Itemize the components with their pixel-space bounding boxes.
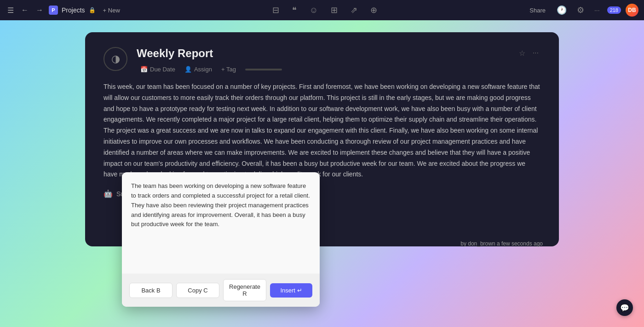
table-icon[interactable]: ⊞ (328, 3, 340, 17)
tag-plus-label: + Tag (221, 66, 236, 73)
card-header: ◑ Weekly Report 📅 Due Date 👤 Assign + Ta… (104, 47, 540, 74)
summary-footer: Back B Copy C Regenerate R Insert ↵ (122, 274, 320, 307)
document-title: Weekly Report (137, 47, 508, 60)
insert-button[interactable]: Insert ↵ (270, 283, 312, 298)
new-button[interactable]: + New (99, 6, 124, 15)
copy-button[interactable]: Copy C (176, 283, 219, 298)
summary-text: The team has been working on developing … (131, 181, 310, 229)
settings-icon[interactable]: ⚙ (574, 3, 587, 17)
document-card: ◑ Weekly Report 📅 Due Date 👤 Assign + Ta… (85, 32, 559, 246)
document-icon: ◑ (104, 47, 127, 71)
layout-icon[interactable]: ⊟ (270, 3, 282, 17)
quote-icon[interactable]: ❝ (289, 3, 299, 17)
people-icon[interactable]: ⊕ (368, 3, 380, 17)
card-actions: ☆ ··· (517, 47, 540, 59)
copy-label: Copy C (188, 287, 207, 294)
chat-bubble-button[interactable]: 💬 (616, 299, 633, 316)
sidebar-toggle-icon[interactable]: ☰ (6, 4, 16, 17)
clock-icon[interactable]: 🕐 (554, 3, 569, 17)
attribution-text: by don_brown a few seconds ago (460, 240, 543, 247)
tag-button[interactable]: + Tag (218, 64, 240, 74)
card-meta: 📅 Due Date 👤 Assign + Tag (137, 64, 508, 74)
summary-content: The team has been working on developing … (122, 172, 320, 237)
back-label: Back B (141, 287, 160, 294)
topbar-right: Share 🕐 ⚙ ··· 218 DB (526, 3, 638, 17)
tag-placeholder (245, 69, 282, 70)
calendar-icon: 📅 (140, 66, 148, 73)
more-options-button[interactable]: ··· (592, 6, 603, 15)
forward-nav-icon[interactable]: → (34, 4, 45, 16)
back-button[interactable]: Back B (129, 283, 172, 298)
regenerate-button[interactable]: Regenerate R (223, 279, 266, 301)
summary-empty-space (122, 237, 320, 274)
back-nav-icon[interactable]: ← (19, 4, 30, 16)
emoji-icon[interactable]: ☺ (307, 4, 321, 17)
lock-icon: 🔒 (89, 7, 96, 13)
topbar: ☰ ← → P Projects 🔒 + New ⊟ ❝ ☺ ⊞ ⇗ ⊕ Sha… (0, 0, 644, 20)
insert-label: Insert ↵ (280, 287, 302, 294)
assign-button[interactable]: 👤 Assign (181, 64, 216, 74)
notification-badge[interactable]: 218 (607, 6, 621, 14)
summarize-icon: 🤖 (104, 189, 113, 198)
avatar[interactable]: DB (626, 4, 638, 17)
app-name-label: Projects (62, 6, 85, 14)
topbar-center-tools: ⊟ ❝ ☺ ⊞ ⇗ ⊕ (270, 3, 380, 17)
topbar-left: ☰ ← → P Projects 🔒 + New (6, 4, 124, 17)
document-body: This week, our team has been focused on … (104, 82, 540, 180)
card-title-section: Weekly Report 📅 Due Date 👤 Assign + Tag (137, 47, 508, 74)
share-network-icon[interactable]: ⇗ (348, 3, 360, 17)
due-date-button[interactable]: 📅 Due Date (137, 64, 179, 74)
card-more-button[interactable]: ··· (531, 47, 540, 59)
star-button[interactable]: ☆ (517, 47, 527, 59)
chat-icon: 💬 (620, 304, 629, 312)
person-icon: 👤 (184, 66, 192, 73)
assign-label: Assign (194, 66, 212, 73)
app-icon: P (49, 6, 58, 15)
share-button[interactable]: Share (526, 5, 549, 16)
regenerate-label: Regenerate R (229, 283, 260, 297)
summary-popup: The team has been working on developing … (122, 172, 320, 307)
due-date-label: Due Date (150, 66, 175, 73)
